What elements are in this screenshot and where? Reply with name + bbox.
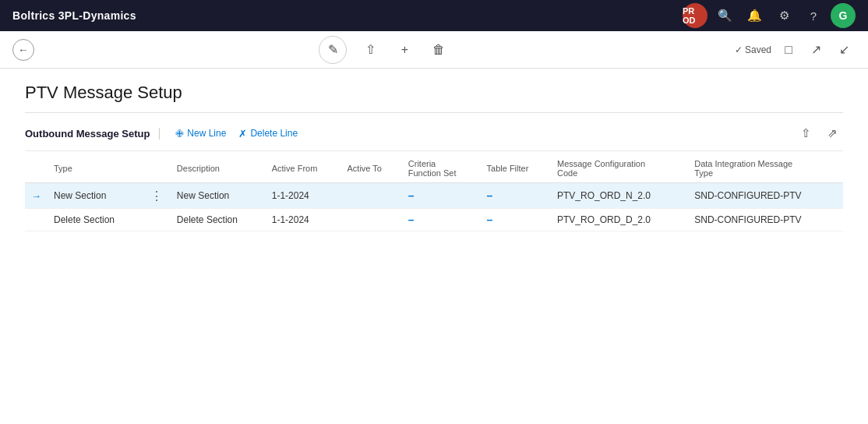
help-button[interactable]: ? (801, 3, 826, 28)
toolbar-right: ✓ Saved □ ↗ ↙ (735, 39, 856, 61)
new-line-icon: ✙ (175, 128, 184, 140)
cell-active-from: 1-1-2024 (266, 183, 341, 209)
edit-button[interactable]: ✎ (319, 36, 347, 64)
delete-line-icon: ✗ (238, 128, 247, 140)
topnav-icon-group: PR OD 🔍 🔔 ⚙ ? G (683, 3, 856, 28)
row-arrow: → (25, 183, 48, 209)
notification-button[interactable]: 🔔 (742, 3, 767, 28)
th-arrow (25, 154, 48, 183)
cell-msg-config-code: PTV_RO_ORD_N_2.0 (551, 183, 688, 209)
cell-msg-config-code: PTV_RO_ORD_D_2.0 (551, 209, 688, 231)
toolbar-center: ✎ ⇧ + 🗑 (319, 36, 450, 64)
section-title: Outbound Message Setup (25, 128, 160, 140)
cell-table-filter[interactable]: – (481, 209, 551, 231)
table-header-row: Type Description Active From Active To C… (25, 154, 843, 183)
cell-description: New Section (171, 183, 266, 209)
cell-type: New Section (48, 183, 143, 209)
th-type: Type (48, 154, 143, 183)
delete-button[interactable]: 🗑 (428, 39, 450, 61)
cell-active-to (340, 183, 401, 209)
table-empty-row (25, 231, 843, 250)
th-menu (143, 154, 171, 183)
table-row[interactable]: Delete SectionDelete Section1-1-2024––PT… (25, 209, 843, 231)
section-expand-button[interactable]: ⇗ (821, 122, 843, 144)
cell-active-from: 1-1-2024 (266, 209, 341, 231)
add-button[interactable]: + (393, 39, 415, 61)
settings-button[interactable]: ⚙ (771, 3, 796, 28)
cell-row-menu: ⋮ (143, 183, 171, 209)
table-row[interactable]: →New Section⋮New Section1-1-2024––PTV_RO… (25, 183, 843, 209)
cell-row-menu (143, 209, 171, 231)
avatar-prod[interactable]: PR OD (683, 3, 707, 28)
section-header-left: Outbound Message Setup ✙ New Line ✗ Dele… (25, 126, 304, 141)
section-header-right: ⇧ ⇗ (795, 122, 843, 144)
th-data-int-msg-type: Data Integration MessageType (688, 154, 843, 183)
row-context-menu-button[interactable]: ⋮ (149, 188, 164, 203)
open-new-button[interactable]: ↗ (806, 39, 827, 61)
back-button[interactable]: ← (12, 39, 34, 61)
page-content: PTV Message Setup Outbound Message Setup… (0, 69, 868, 424)
bookmark-button[interactable]: □ (778, 39, 799, 61)
page-toolbar: ← ✎ ⇧ + 🗑 ✓ Saved □ ↗ ↙ (0, 31, 868, 69)
th-active-to: Active To (340, 154, 401, 183)
section-share-button[interactable]: ⇧ (795, 122, 817, 144)
delete-line-button[interactable]: ✗ Delete Line (232, 126, 304, 141)
row-arrow (25, 209, 48, 231)
save-status: ✓ Saved (735, 44, 771, 55)
toolbar-left: ← (12, 39, 34, 61)
page-title: PTV Message Setup (25, 69, 843, 113)
cell-criteria-fn-set[interactable]: – (402, 183, 481, 209)
section-header: Outbound Message Setup ✙ New Line ✗ Dele… (25, 113, 843, 151)
top-navigation: Boltrics 3PL-Dynamics PR OD 🔍 🔔 ⚙ ? G (0, 0, 868, 31)
app-brand: Boltrics 3PL-Dynamics (12, 9, 136, 22)
cell-data-int-msg-type: SND-CONFIGURED-PTV (688, 209, 843, 231)
cell-description: Delete Section (171, 209, 266, 231)
cell-active-to (340, 209, 401, 231)
data-table: Type Description Active From Active To C… (25, 154, 843, 250)
expand-button[interactable]: ↙ (834, 39, 856, 61)
search-button[interactable]: 🔍 (712, 3, 737, 28)
th-table-filter: Table Filter (481, 154, 551, 183)
th-description: Description (171, 154, 266, 183)
cell-criteria-fn-set[interactable]: – (402, 209, 481, 231)
th-msg-config-code: Message ConfigurationCode (551, 154, 688, 183)
cell-table-filter[interactable]: – (481, 183, 551, 209)
avatar-user[interactable]: G (831, 3, 856, 28)
th-active-from: Active From (266, 154, 341, 183)
new-line-button[interactable]: ✙ New Line (169, 126, 232, 141)
cell-data-int-msg-type: SND-CONFIGURED-PTV (688, 183, 843, 209)
cell-type: Delete Section (48, 209, 143, 231)
share-button[interactable]: ⇧ (359, 39, 381, 61)
delete-line-label: Delete Line (250, 128, 298, 139)
section-actions: ✙ New Line ✗ Delete Line (169, 126, 304, 141)
new-line-label: New Line (187, 128, 226, 139)
th-criteria-fn-set: CriteriaFunction Set (402, 154, 481, 183)
